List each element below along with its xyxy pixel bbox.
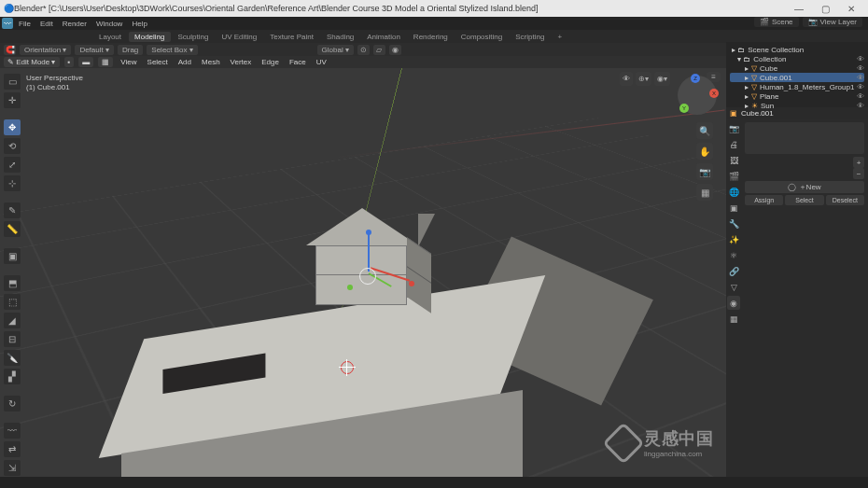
new-material-button[interactable]: ◯ ＋ New (745, 181, 864, 193)
axis-z-arrow[interactable] (368, 232, 370, 272)
vertex-select-icon[interactable]: ▪ (64, 57, 75, 67)
ptab-modifiers-icon[interactable]: 🔧 (727, 216, 740, 230)
tab-shading[interactable]: Shading (321, 32, 359, 42)
global-orientation-dropdown[interactable]: Global ▾ (317, 45, 354, 55)
outliner-item-human[interactable]: ▸ ▽ Human_1.8_Meters_Group1👁 (730, 82, 864, 91)
outliner-item-sun[interactable]: ▸ ☀ Sun👁 (730, 101, 864, 110)
tool-annotate[interactable]: ✎ (4, 202, 21, 218)
visibility-eye-icon[interactable]: 👁 (857, 102, 864, 110)
add-material-slot-icon[interactable]: + (853, 157, 864, 168)
menu-mesh[interactable]: Mesh (199, 58, 223, 66)
tool-select-box[interactable]: ▭ (4, 74, 21, 90)
material-slot-list[interactable] (745, 122, 864, 154)
ptab-physics-icon[interactable]: ⚛ (727, 248, 740, 262)
tab-texture-paint[interactable]: Texture Paint (264, 32, 319, 42)
ptab-material-icon[interactable]: ◉ (727, 296, 740, 310)
visibility-eye-icon[interactable]: 👁 (857, 83, 864, 91)
visibility-eye-icon[interactable]: 👁 (857, 92, 864, 101)
tool-add-cube[interactable]: ▣ (4, 248, 21, 264)
nav-x-icon[interactable]: X (709, 89, 719, 98)
minimize-button[interactable]: — (786, 1, 812, 16)
3d-viewport[interactable]: ▭ ✛ ✥ ⟲ ⤢ ⊹ ✎ 📏 ▣ ⬒ ⬚ ◢ ⊟ 🔪 ▞ ↻ 〰 ⇄ ⇲ ▱ … (0, 68, 726, 477)
mode-dropdown[interactable]: ✎ Edit Mode ▾ (4, 57, 60, 67)
tool-rotate[interactable]: ⟲ (4, 138, 21, 154)
view-gizmo-toggle-icon[interactable]: 👁 (620, 72, 633, 86)
ptab-output-icon[interactable]: 🖨 (727, 137, 740, 151)
menu-face[interactable]: Face (287, 58, 309, 66)
viewport-overlays-icon[interactable]: ◉▾ (654, 72, 670, 86)
magnet-snap-icon[interactable]: 🧲 (4, 45, 16, 55)
tool-move[interactable]: ✥ (4, 119, 21, 135)
tool-shrink[interactable]: ⇲ (4, 460, 21, 476)
axis-x-knob[interactable] (409, 281, 414, 286)
maximize-button[interactable]: ▢ (812, 1, 838, 16)
visibility-eye-icon[interactable]: 👁 (857, 55, 864, 63)
tool-scale[interactable]: ⤢ (4, 157, 21, 173)
tool-extrude[interactable]: ⬒ (4, 275, 21, 291)
ptab-scene-icon[interactable]: 🎬 (727, 169, 740, 183)
nav-y-icon[interactable]: Y (679, 104, 689, 113)
cube001-mesh[interactable] (308, 208, 420, 305)
zoom-icon[interactable]: 🔍 (696, 122, 713, 139)
ptab-world-icon[interactable]: 🌐 (727, 185, 740, 199)
pan-icon[interactable]: ✋ (696, 143, 713, 160)
tab-uv-editing[interactable]: UV Editing (216, 32, 262, 42)
menu-window[interactable]: Window (92, 20, 126, 28)
face-select-icon[interactable]: ▦ (98, 57, 113, 67)
tab-sculpting[interactable]: Sculpting (173, 32, 215, 42)
select-button[interactable]: Select (785, 195, 823, 205)
tool-smooth[interactable]: 〰 (4, 423, 21, 439)
menu-uv[interactable]: UV (314, 58, 329, 66)
selectbox-dropdown[interactable]: Select Box ▾ (147, 45, 197, 55)
viewport-gizmos-icon[interactable]: ⊕▾ (636, 72, 651, 86)
proportional-icon[interactable]: ◉ (389, 45, 401, 55)
tab-scripting[interactable]: Scripting (510, 32, 550, 42)
menu-view[interactable]: View (118, 58, 139, 66)
tab-compositing[interactable]: Compositing (455, 32, 508, 42)
menu-select[interactable]: Select (145, 58, 171, 66)
pivot-icon[interactable]: ⊙ (357, 45, 370, 55)
ptab-render-icon[interactable]: 📷 (727, 121, 740, 135)
tool-inset[interactable]: ⬚ (4, 294, 21, 310)
menu-file[interactable]: File (15, 20, 35, 28)
remove-material-slot-icon[interactable]: − (853, 168, 864, 179)
tab-add-workspace[interactable]: + (552, 32, 567, 42)
ptab-constraints-icon[interactable]: 🔗 (727, 264, 740, 278)
tool-polybuild[interactable]: ▞ (4, 369, 21, 384)
axis-y-knob[interactable] (347, 285, 353, 290)
menu-help[interactable]: Help (128, 20, 150, 28)
tool-transform[interactable]: ⊹ (4, 175, 21, 191)
axis-z-knob[interactable] (366, 230, 371, 235)
outliner-item-cube[interactable]: ▸ ▽ Cube👁 (730, 63, 864, 73)
tool-spin[interactable]: ↻ (4, 396, 21, 411)
outliner-panel[interactable]: ▸ 🗀 Scene Collection ▾ 🗀 Collection👁 ▸ ▽… (726, 42, 868, 107)
menu-edit[interactable]: Edit (36, 20, 57, 28)
gizmo-ring[interactable] (359, 268, 376, 285)
visibility-eye-icon[interactable]: 👁 (857, 74, 864, 82)
ptab-viewlayer-icon[interactable]: 🖼 (727, 153, 740, 167)
menu-add[interactable]: Add (175, 58, 194, 66)
transform-default-dropdown[interactable]: Default ▾ (75, 45, 114, 55)
outliner-item-plane[interactable]: ▸ ▽ Plane👁 (730, 91, 864, 101)
outliner-item-cube001[interactable]: ▸ ▽ Cube.001👁 (730, 73, 864, 82)
orientation-dropdown[interactable]: Orientation ▾ (20, 45, 71, 55)
close-button[interactable]: ✕ (838, 1, 864, 16)
tool-measure[interactable]: 📏 (4, 221, 21, 237)
menu-edge[interactable]: Edge (259, 58, 282, 66)
ptab-mesh-icon[interactable]: ▽ (727, 280, 740, 294)
tab-rendering[interactable]: Rendering (408, 32, 454, 42)
tool-loopcut[interactable]: ⊟ (4, 331, 21, 347)
camera-view-icon[interactable]: 📷 (696, 163, 713, 180)
tool-edge-slide[interactable]: ⇄ (4, 441, 21, 457)
snap-icon[interactable]: ▱ (373, 45, 385, 55)
visibility-eye-icon[interactable]: 👁 (857, 64, 864, 73)
assign-button[interactable]: Assign (745, 195, 783, 205)
blender-icon[interactable]: 〰 (2, 18, 13, 29)
outliner-collection[interactable]: ▾ 🗀 Collection👁 (730, 54, 864, 63)
menu-render[interactable]: Render (59, 20, 91, 28)
navigation-gizmo[interactable]: X Y Z (678, 76, 717, 115)
ptab-particles-icon[interactable]: ✨ (727, 232, 740, 246)
tab-animation[interactable]: Animation (361, 32, 406, 42)
viewlayer-dropdown[interactable]: 📷 View Layer (803, 17, 862, 27)
drag-dropdown[interactable]: Drag (118, 45, 143, 55)
